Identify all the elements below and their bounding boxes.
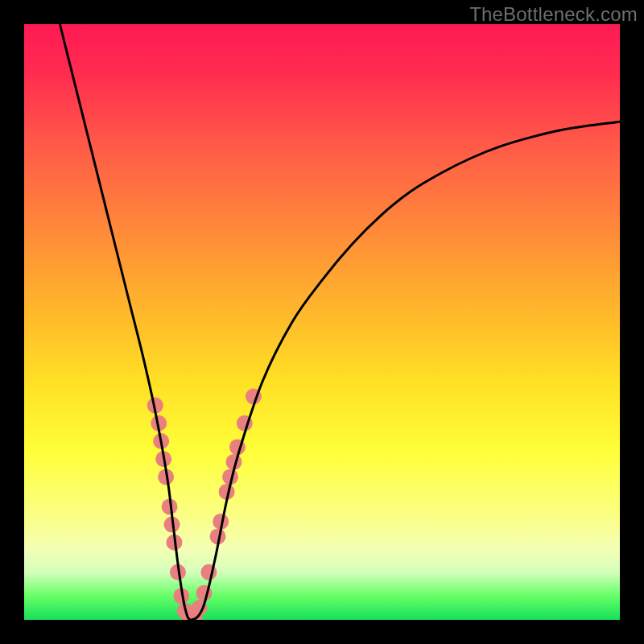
data-markers bbox=[147, 389, 262, 621]
chart-frame: TheBottleneck.com bbox=[0, 0, 644, 644]
plot-area bbox=[24, 24, 620, 620]
bottleneck-curve bbox=[60, 24, 620, 620]
watermark-text: TheBottleneck.com bbox=[469, 3, 638, 26]
chart-svg bbox=[24, 24, 620, 620]
